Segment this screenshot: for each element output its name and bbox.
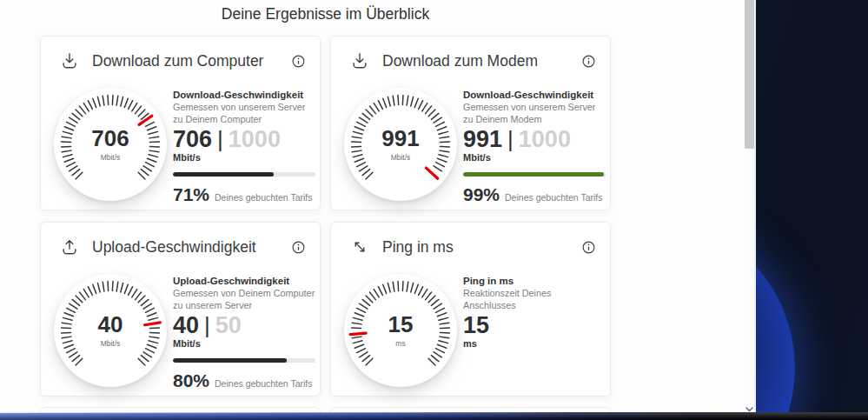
gauge-value: 991 (381, 127, 419, 150)
tariff-progress-bar (173, 358, 315, 363)
download-icon (59, 50, 80, 71)
upload-icon (59, 237, 80, 257)
speed-gauge: 706 Mbit/s (54, 88, 167, 201)
percent-row: 99% Deines gebuchten Tarifs (463, 184, 606, 205)
info-icon[interactable] (581, 53, 597, 69)
detail-description: Gemessen von unserem Server zu Deinem Mo… (463, 101, 606, 125)
value-row: 706|1000 (173, 127, 315, 151)
card-title: Upload-Geschwindigkeit (92, 238, 256, 257)
measured-value: 40 (173, 312, 199, 338)
wallpaper-blue-sphere (754, 217, 795, 420)
result-card-download-computer: Download zum Computer 706 Mbit/s Downloa… (40, 36, 321, 210)
value-row: 15 (463, 313, 606, 337)
tariff-percent: 80% (173, 370, 209, 391)
card-header: Upload-Geschwindigkeit (59, 234, 307, 260)
ping-gauge: 15 ms (344, 274, 457, 387)
info-icon[interactable] (291, 53, 307, 69)
page-title: Deine Ergebnisse im Überblick (0, 5, 651, 23)
tariff-percent-label: Deines gebuchten Tarifs (215, 192, 312, 203)
detail-heading: Upload-Geschwindigkeit (173, 276, 315, 286)
gauge-unit: Mbit/s (101, 153, 121, 162)
tariff-progress-fill (463, 172, 604, 177)
booked-max-value: 1000 (519, 126, 571, 152)
value-row: 991|1000 (463, 127, 606, 151)
card-title: Download zum Modem (382, 52, 538, 70)
gauge-unit: Mbit/s (391, 153, 411, 162)
card-header: Download zum Modem (349, 48, 597, 74)
taskbar-edge (0, 412, 868, 420)
detail-description: Reaktionszeit Deines Anschlusses (463, 287, 606, 311)
result-card-download-modem: Download zum Modem 991 Mbit/s Download-G… (330, 36, 611, 210)
info-icon[interactable] (291, 239, 307, 255)
detail-heading: Download-Geschwindigkeit (173, 90, 315, 100)
booked-max-value: 50 (215, 312, 242, 338)
speed-gauge: 40 Mbit/s (54, 274, 167, 387)
measurement-detail: Download-Geschwindigkeit Gemessen von un… (463, 90, 606, 205)
speedtest-results-page: Deine Ergebnisse im Überblick Download z… (0, 0, 868, 420)
tariff-percent-label: Deines gebuchten Tarifs (215, 378, 312, 389)
measured-value: 706 (173, 126, 212, 152)
value-separator: | (507, 126, 514, 152)
booked-max-value: 1000 (229, 126, 281, 152)
ping-icon (349, 237, 370, 257)
scrollbar-thumb[interactable] (745, 0, 754, 149)
gauge-unit: ms (395, 339, 405, 348)
percent-row: 80% Deines gebuchten Tarifs (173, 370, 315, 391)
measured-value: 991 (463, 126, 502, 152)
download-icon (349, 50, 370, 71)
card-header: Ping in ms (349, 234, 597, 260)
value-separator: | (204, 312, 210, 338)
tariff-percent: 71% (173, 184, 209, 205)
gauge-value: 706 (91, 127, 129, 150)
tariff-progress-fill (173, 172, 274, 177)
measurement-detail: Ping in ms Reaktionszeit Deines Anschlus… (463, 276, 606, 349)
gauge-value: 40 (98, 313, 123, 336)
percent-row: 71% Deines gebuchten Tarifs (173, 184, 315, 205)
desktop-wallpaper (754, 0, 868, 420)
measurement-detail: Download-Geschwindigkeit Gemessen von un… (173, 90, 315, 205)
value-row: 40|50 (173, 313, 315, 337)
gauge-value: 15 (388, 313, 414, 336)
gauge-unit: Mbit/s (101, 339, 121, 348)
measurement-detail: Upload-Geschwindigkeit Gemessen von Dein… (173, 276, 315, 391)
tariff-progress-fill (173, 358, 287, 363)
tariff-progress-bar (463, 172, 606, 177)
measured-value: 15 (463, 312, 489, 338)
info-icon[interactable] (581, 239, 597, 255)
value-separator: | (217, 126, 223, 152)
card-title: Ping in ms (382, 238, 454, 257)
tariff-percent: 99% (463, 184, 500, 205)
detail-description: Gemessen von Deinem Computer zu unserem … (173, 287, 315, 311)
detail-heading: Download-Geschwindigkeit (463, 90, 606, 100)
value-unit: Mbit/s (173, 152, 315, 163)
speed-gauge: 991 Mbit/s (344, 88, 457, 201)
value-unit: Mbit/s (463, 152, 606, 163)
result-card-upload: Upload-Geschwindigkeit 40 Mbit/s Upload-… (40, 222, 321, 397)
vertical-scrollbar[interactable] (745, 0, 754, 420)
result-card-ping: Ping in ms 15 ms Ping in ms Reaktionszei… (330, 222, 611, 397)
tariff-percent-label: Deines gebuchten Tarifs (505, 192, 602, 203)
value-unit: Mbit/s (173, 338, 315, 349)
card-header: Download zum Computer (59, 48, 307, 74)
detail-description: Gemessen von unserem Server zu Deinem Co… (173, 101, 315, 125)
value-unit: ms (463, 338, 606, 349)
card-title: Download zum Computer (92, 52, 263, 70)
detail-heading: Ping in ms (463, 276, 606, 286)
tariff-progress-bar (173, 172, 315, 177)
